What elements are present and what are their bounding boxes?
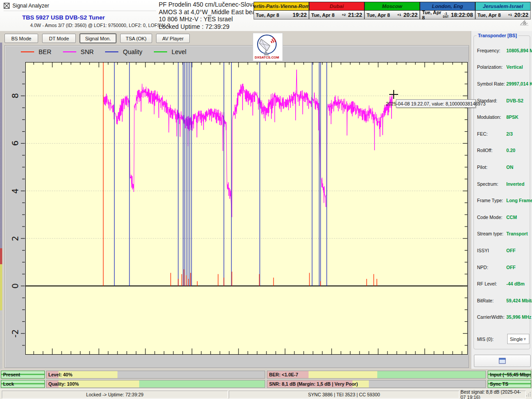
transponder-row: Polarization:Vertical — [477, 59, 529, 76]
transponder-value: 8PSK — [506, 114, 518, 120]
y-axis-label: 4 — [10, 185, 20, 197]
transponder-label: FEC: — [477, 131, 506, 137]
transponder-value: 2/3 — [506, 131, 513, 137]
clock-hhmm: 21:22 — [348, 12, 362, 18]
clock-time: Tue, Apr 8+221:22 — [309, 11, 364, 20]
clock-city: Dubai — [309, 2, 364, 11]
status-sync-counters: SYNC 3886 | TEI 3523 | CC 59300 — [229, 391, 459, 399]
transponder-label: Pilot: — [477, 164, 506, 170]
chevron-down-icon: ▼ — [523, 337, 527, 341]
transponder-label: Stream type: — [477, 231, 506, 236]
badge-input-55-45-mbps-: Input (~55,45 Mbps) — [488, 371, 531, 379]
snr-trace — [103, 70, 394, 217]
transponder-label: NPD: — [477, 265, 506, 270]
transponder-value: 35,996 MHz — [506, 314, 532, 320]
tab-bar: BS ModeDT ModeSignal Mon.TSA (OK)AV Play… — [0, 31, 471, 45]
transponder-row: Code Mode:CCM — [477, 209, 529, 226]
status-bar: Locked -> Uptime: 72:39:29 SYNC 3886 | T… — [0, 389, 532, 399]
clock-3: MoscowTue, Apr 8+120:22 — [364, 2, 420, 20]
clock-hhmm: 20:22 — [514, 12, 528, 18]
transponder-sidebar: Transponder [BS] Frequency:10805,894 MHz… — [471, 31, 532, 369]
clock-date: Tue, Apr 8 — [422, 10, 443, 20]
legend-swatch — [21, 51, 34, 52]
status-best-signal: Best signal: 8,8 dB (2025-04-07 19:16) — [460, 391, 526, 399]
badge-sync-ts: Sync TS — [488, 380, 531, 388]
signal-chart-panel: BERSNRQualityLevel 86420-2 — [4, 45, 469, 368]
site-info-line3: 10 806 MHz-V : YES Israel — [159, 16, 264, 23]
transponder-value: Long Frame — [506, 198, 532, 203]
legend-item-quality: Quality — [105, 48, 142, 55]
transponder-row: CarrierWidth:35,996 MHz — [477, 309, 529, 326]
export-button[interactable] — [474, 355, 531, 367]
transponder-label: ISSYI — [477, 248, 506, 253]
transponder-value: ON — [506, 164, 513, 170]
tab-signal-mon-[interactable]: Signal Mon. — [80, 34, 116, 43]
clock-utc-offset: +1 — [397, 13, 401, 16]
transponder-value: 59,424 Mbit/s — [506, 298, 532, 303]
legend-swatch — [63, 51, 76, 52]
dxsatcs-logo: DXSATCS.COM — [253, 33, 283, 61]
progress-bar: Level: 40% — [46, 371, 265, 379]
tab-av-player[interactable]: AV Player — [156, 34, 190, 43]
indicator-row: PresentLevel: 40%BER: <1.0E-7Input (~55,… — [0, 371, 532, 379]
transponder-row: ISSYIOFF — [477, 242, 529, 259]
clock-time: Tue, Apr 8+120:22 — [364, 11, 420, 20]
transponder-row: RollOff:0.20 — [477, 142, 529, 159]
progress-bar: SNR: 8,1 dB (Margin: 1,5 dB | Very Poor) — [267, 380, 486, 388]
legend-swatch — [154, 51, 167, 52]
tab-dt-mode[interactable]: DT Mode — [42, 34, 76, 43]
bar-segment — [377, 371, 485, 378]
transponder-row: Modulation:8PSK — [477, 109, 529, 125]
transponder-row: RF Level:-44 dBm — [477, 275, 529, 292]
chart-legend: BERSNRQualityLevel — [21, 48, 186, 55]
legend-item-ber: BER — [21, 48, 51, 55]
y-axis-label: 6 — [10, 137, 20, 149]
transponder-row: NPD:OFF — [477, 259, 529, 276]
progress-bar: Quality: 100% — [46, 380, 265, 388]
clock-5: Jerusalem-IsraelTue, Apr 8+120:22 — [475, 2, 531, 20]
site-info-line2: AMOS 3 at 4,0°W_Middle East beam — [159, 8, 264, 16]
transponder-row: Frame Type:Long Frame — [477, 192, 529, 209]
legend-label: Level — [172, 48, 186, 55]
y-axis-label: 0 — [10, 280, 20, 292]
clock-hhmm: 20:22 — [403, 12, 418, 18]
clock-date: Tue, Apr 8 — [367, 12, 397, 18]
progress-bar: BER: <1.0E-7 — [267, 371, 486, 379]
transponder-row: Frequency:10805,894 MHz — [477, 42, 529, 59]
transponder-label: Spectrum: — [477, 181, 506, 187]
mis-select[interactable]: Single ▼ — [507, 334, 529, 344]
clock-hhmm: 18:22:08 — [451, 12, 473, 18]
bar-segment — [369, 380, 485, 387]
clock-hhmm: 19:22 — [293, 12, 307, 18]
transponder-value: CCM — [506, 215, 517, 220]
clock-date: Tue, Apr 8 — [256, 12, 290, 18]
signature-icon — [520, 20, 529, 26]
legend-swatch — [105, 51, 118, 52]
tab-tsa-ok-[interactable]: TSA (OK) — [120, 34, 152, 43]
resize-grip[interactable] — [526, 391, 532, 398]
transponder-row: Stream type:Transport — [477, 226, 529, 243]
transponder-label: Frequency: — [477, 48, 506, 53]
transponder-label: Modulation: — [477, 114, 506, 120]
badge-present: Present — [1, 371, 45, 379]
window-title: Signal Analyzer — [12, 3, 49, 9]
clock-date: Tue, Apr 8 — [311, 12, 342, 18]
header: Signal Analyzer TBS 5927 USB DVB-S2 Tune… — [0, 0, 532, 31]
mis-row: MIS (0): Single ▼ — [477, 334, 528, 344]
transponder-value: 29997,014 KS/s — [506, 81, 532, 86]
legend-label: Quality — [123, 48, 142, 55]
bar-segment — [117, 371, 265, 378]
site-info: PF Prodelin 450 cm/Lučenec-Slovakia AMOS… — [159, 1, 264, 30]
tab-bs-mode[interactable]: BS Mode — [4, 34, 38, 43]
clock-utc-offset: +1 — [508, 13, 512, 16]
site-info-line1: PF Prodelin 450 cm/Lučenec-Slovakia — [159, 1, 264, 8]
indicator-row: LockQuality: 100%SNR: 8,1 dB (Margin: 1,… — [0, 380, 532, 388]
transponder-row: Pilot:ON — [477, 159, 529, 176]
transponder-label: Symbol Rate: — [477, 81, 506, 86]
clock-utc-offset: +2 — [342, 13, 346, 16]
transponder-label: BitRate: — [477, 298, 506, 303]
bar-label: Level: 40% — [48, 371, 72, 378]
logo-text: DXSATCS.COM — [255, 55, 279, 59]
satellite-dish-logo-icon: DXSATCS.COM — [253, 33, 282, 60]
transponder-label: Code Mode: — [477, 215, 506, 220]
